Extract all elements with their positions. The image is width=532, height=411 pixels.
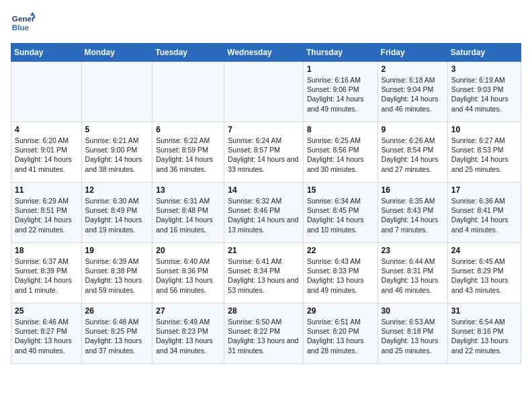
calendar-table: SundayMondayTuesdayWednesdayThursdayFrid… xyxy=(11,43,521,364)
calendar-week-4: 18Sunrise: 6:37 AM Sunset: 8:39 PM Dayli… xyxy=(11,243,521,304)
calendar-cell: 23Sunrise: 6:44 AM Sunset: 8:31 PM Dayli… xyxy=(378,243,447,304)
header-friday: Friday xyxy=(378,44,447,62)
day-info: Sunrise: 6:26 AM Sunset: 8:54 PM Dayligh… xyxy=(382,136,444,174)
day-number: 18 xyxy=(15,246,78,255)
day-info: Sunrise: 6:46 AM Sunset: 8:27 PM Dayligh… xyxy=(15,317,78,355)
calendar-cell: 27Sunrise: 6:49 AM Sunset: 8:23 PM Dayli… xyxy=(152,304,224,364)
calendar-cell: 5Sunrise: 6:21 AM Sunset: 9:00 PM Daylig… xyxy=(81,122,152,183)
header-saturday: Saturday xyxy=(447,44,521,62)
day-info: Sunrise: 6:37 AM Sunset: 8:39 PM Dayligh… xyxy=(15,257,78,295)
page-header: General Blue xyxy=(11,11,521,35)
header-wednesday: Wednesday xyxy=(224,44,304,62)
day-number: 5 xyxy=(85,125,149,134)
day-number: 21 xyxy=(228,246,300,255)
calendar-cell: 3Sunrise: 6:19 AM Sunset: 9:03 PM Daylig… xyxy=(447,62,521,122)
day-info: Sunrise: 6:40 AM Sunset: 8:36 PM Dayligh… xyxy=(156,257,220,295)
calendar-cell xyxy=(11,62,82,122)
day-number: 26 xyxy=(85,306,149,316)
day-info: Sunrise: 6:32 AM Sunset: 8:46 PM Dayligh… xyxy=(228,196,300,234)
calendar-week-5: 25Sunrise: 6:46 AM Sunset: 8:27 PM Dayli… xyxy=(11,304,521,364)
calendar-cell: 19Sunrise: 6:39 AM Sunset: 8:38 PM Dayli… xyxy=(81,243,152,304)
day-number: 22 xyxy=(307,246,374,255)
day-info: Sunrise: 6:41 AM Sunset: 8:34 PM Dayligh… xyxy=(228,257,300,295)
day-info: Sunrise: 6:29 AM Sunset: 8:51 PM Dayligh… xyxy=(15,196,78,234)
calendar-cell xyxy=(224,62,304,122)
day-number: 28 xyxy=(228,306,300,316)
day-number: 30 xyxy=(382,306,444,316)
day-number: 12 xyxy=(85,185,149,195)
calendar-cell: 15Sunrise: 6:34 AM Sunset: 8:45 PM Dayli… xyxy=(303,183,378,243)
calendar-cell: 17Sunrise: 6:36 AM Sunset: 8:41 PM Dayli… xyxy=(447,183,521,243)
day-info: Sunrise: 6:51 AM Sunset: 8:20 PM Dayligh… xyxy=(307,317,374,355)
calendar-cell: 13Sunrise: 6:31 AM Sunset: 8:48 PM Dayli… xyxy=(152,183,224,243)
calendar-week-3: 11Sunrise: 6:29 AM Sunset: 8:51 PM Dayli… xyxy=(11,183,521,243)
day-info: Sunrise: 6:16 AM Sunset: 9:06 PM Dayligh… xyxy=(307,75,374,113)
calendar-cell xyxy=(81,62,152,122)
day-number: 10 xyxy=(451,125,517,134)
day-number: 1 xyxy=(307,64,374,74)
day-info: Sunrise: 6:54 AM Sunset: 8:16 PM Dayligh… xyxy=(451,317,517,355)
calendar-cell: 18Sunrise: 6:37 AM Sunset: 8:39 PM Dayli… xyxy=(11,243,82,304)
day-info: Sunrise: 6:53 AM Sunset: 8:18 PM Dayligh… xyxy=(382,317,444,355)
svg-text:Blue: Blue xyxy=(12,23,30,32)
day-info: Sunrise: 6:43 AM Sunset: 8:33 PM Dayligh… xyxy=(307,257,374,295)
calendar-cell: 2Sunrise: 6:18 AM Sunset: 9:04 PM Daylig… xyxy=(378,62,447,122)
day-info: Sunrise: 6:34 AM Sunset: 8:45 PM Dayligh… xyxy=(307,196,374,234)
calendar-cell: 16Sunrise: 6:35 AM Sunset: 8:43 PM Dayli… xyxy=(378,183,447,243)
day-number: 14 xyxy=(228,185,300,195)
day-number: 29 xyxy=(307,306,374,316)
day-number: 2 xyxy=(382,64,444,74)
header-thursday: Thursday xyxy=(303,44,378,62)
day-number: 9 xyxy=(382,125,444,134)
day-number: 6 xyxy=(156,125,220,134)
calendar-cell xyxy=(152,62,224,122)
calendar-cell: 26Sunrise: 6:48 AM Sunset: 8:25 PM Dayli… xyxy=(81,304,152,364)
calendar-cell: 4Sunrise: 6:20 AM Sunset: 9:01 PM Daylig… xyxy=(11,122,82,183)
calendar-cell: 1Sunrise: 6:16 AM Sunset: 9:06 PM Daylig… xyxy=(303,62,378,122)
calendar-cell: 7Sunrise: 6:24 AM Sunset: 8:57 PM Daylig… xyxy=(224,122,304,183)
calendar-cell: 11Sunrise: 6:29 AM Sunset: 8:51 PM Dayli… xyxy=(11,183,82,243)
day-number: 23 xyxy=(382,246,444,255)
day-info: Sunrise: 6:31 AM Sunset: 8:48 PM Dayligh… xyxy=(156,196,220,234)
day-info: Sunrise: 6:27 AM Sunset: 8:53 PM Dayligh… xyxy=(451,136,517,174)
calendar-cell: 14Sunrise: 6:32 AM Sunset: 8:46 PM Dayli… xyxy=(224,183,304,243)
calendar-week-1: 1Sunrise: 6:16 AM Sunset: 9:06 PM Daylig… xyxy=(11,62,521,122)
day-number: 16 xyxy=(382,185,444,195)
day-info: Sunrise: 6:24 AM Sunset: 8:57 PM Dayligh… xyxy=(228,136,300,174)
calendar-cell: 22Sunrise: 6:43 AM Sunset: 8:33 PM Dayli… xyxy=(303,243,378,304)
day-number: 27 xyxy=(156,306,220,316)
logo: General Blue xyxy=(11,11,39,35)
calendar-cell: 25Sunrise: 6:46 AM Sunset: 8:27 PM Dayli… xyxy=(11,304,82,364)
day-info: Sunrise: 6:30 AM Sunset: 8:49 PM Dayligh… xyxy=(85,196,149,234)
day-info: Sunrise: 6:21 AM Sunset: 9:00 PM Dayligh… xyxy=(85,136,149,174)
calendar-cell: 21Sunrise: 6:41 AM Sunset: 8:34 PM Dayli… xyxy=(224,243,304,304)
calendar-cell: 29Sunrise: 6:51 AM Sunset: 8:20 PM Dayli… xyxy=(303,304,378,364)
calendar-cell: 20Sunrise: 6:40 AM Sunset: 8:36 PM Dayli… xyxy=(152,243,224,304)
calendar-cell: 12Sunrise: 6:30 AM Sunset: 8:49 PM Dayli… xyxy=(81,183,152,243)
header-tuesday: Tuesday xyxy=(152,44,224,62)
calendar-cell: 28Sunrise: 6:50 AM Sunset: 8:22 PM Dayli… xyxy=(224,304,304,364)
day-info: Sunrise: 6:49 AM Sunset: 8:23 PM Dayligh… xyxy=(156,317,220,355)
day-number: 4 xyxy=(15,125,78,134)
day-number: 20 xyxy=(156,246,220,255)
header-monday: Monday xyxy=(81,44,152,62)
day-number: 13 xyxy=(156,185,220,195)
day-info: Sunrise: 6:20 AM Sunset: 9:01 PM Dayligh… xyxy=(15,136,78,174)
day-info: Sunrise: 6:36 AM Sunset: 8:41 PM Dayligh… xyxy=(451,196,517,234)
calendar-cell: 6Sunrise: 6:22 AM Sunset: 8:59 PM Daylig… xyxy=(152,122,224,183)
calendar-cell: 9Sunrise: 6:26 AM Sunset: 8:54 PM Daylig… xyxy=(378,122,447,183)
day-info: Sunrise: 6:35 AM Sunset: 8:43 PM Dayligh… xyxy=(382,196,444,234)
day-info: Sunrise: 6:45 AM Sunset: 8:29 PM Dayligh… xyxy=(451,257,517,295)
day-number: 25 xyxy=(15,306,78,316)
calendar-cell: 10Sunrise: 6:27 AM Sunset: 8:53 PM Dayli… xyxy=(447,122,521,183)
day-number: 19 xyxy=(85,246,149,255)
calendar-cell: 8Sunrise: 6:25 AM Sunset: 8:56 PM Daylig… xyxy=(303,122,378,183)
day-info: Sunrise: 6:18 AM Sunset: 9:04 PM Dayligh… xyxy=(382,75,444,113)
day-number: 15 xyxy=(307,185,374,195)
day-number: 31 xyxy=(451,306,517,316)
day-number: 8 xyxy=(307,125,374,134)
day-info: Sunrise: 6:48 AM Sunset: 8:25 PM Dayligh… xyxy=(85,317,149,355)
day-info: Sunrise: 6:19 AM Sunset: 9:03 PM Dayligh… xyxy=(451,75,517,113)
calendar-cell: 30Sunrise: 6:53 AM Sunset: 8:18 PM Dayli… xyxy=(378,304,447,364)
day-info: Sunrise: 6:44 AM Sunset: 8:31 PM Dayligh… xyxy=(382,257,444,295)
